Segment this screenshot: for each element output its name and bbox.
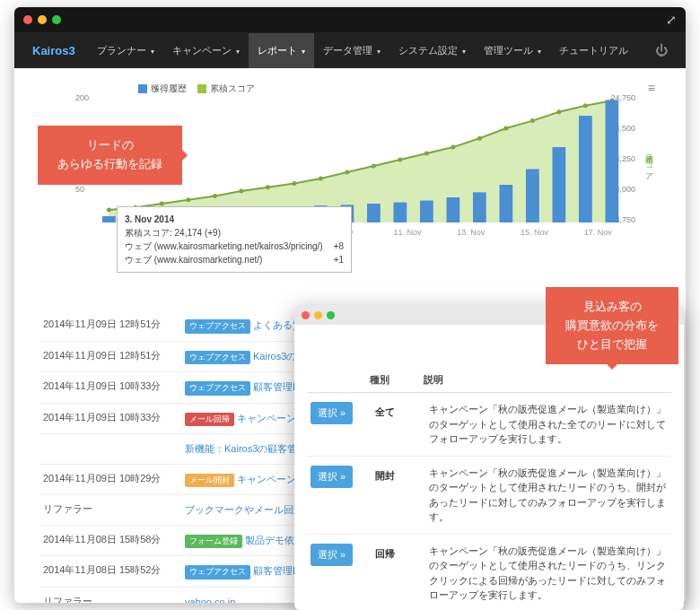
svg-point-10 [372, 164, 376, 169]
svg-rect-34 [473, 192, 486, 222]
nav-0[interactable]: プランナー ▾ [88, 33, 163, 68]
svg-point-0 [107, 208, 111, 213]
svg-point-4 [213, 194, 217, 198]
popup-row: 選択 »全てキャンペーン「秋の販売促進メール（製造業向け）」のターゲットとして使… [307, 393, 671, 457]
callout-lead-tracking: リードの あらゆる行動を記録 [38, 126, 182, 185]
titlebar: ⤢ [14, 7, 686, 32]
minimize-icon[interactable] [314, 311, 322, 319]
svg-rect-38 [579, 116, 592, 222]
legend-bars: 獲得履歴 [151, 83, 187, 95]
svg-point-9 [345, 170, 349, 175]
chart-menu-icon[interactable]: ≡ [648, 81, 655, 95]
svg-point-5 [239, 189, 243, 194]
popup-row: 選択 »回帰キャンペーン「秋の販売促進メール（製造業向け）」のターゲットとして使… [307, 535, 671, 611]
svg-point-2 [160, 202, 164, 206]
nav-4[interactable]: システム設定 ▾ [389, 33, 475, 68]
close-icon[interactable] [23, 15, 32, 24]
svg-point-8 [319, 177, 323, 181]
popup-row: 選択 »開封キャンペーン「秋の販売促進メール（製造業向け）」のターゲットとして使… [307, 457, 671, 535]
nav-3[interactable]: データ管理 ▾ [314, 33, 389, 68]
svg-point-7 [292, 181, 296, 186]
minimize-icon[interactable] [38, 15, 47, 24]
svg-text:13. Nov: 13. Nov [457, 228, 486, 237]
svg-rect-33 [447, 197, 460, 222]
navbar: Kairos3 プランナー ▾キャンペーン ▾レポート ▾データ管理 ▾システム… [14, 32, 686, 68]
svg-rect-20 [102, 216, 116, 222]
traffic-lights [23, 15, 61, 24]
svg-point-3 [186, 197, 190, 202]
popup-body: 種別 説明 選択 »全てキャンペーン「秋の販売促進メール（製造業向け）」のターゲ… [294, 325, 684, 610]
svg-point-14 [477, 136, 482, 141]
svg-text:17. Nov: 17. Nov [584, 228, 613, 237]
svg-rect-35 [500, 185, 513, 222]
nav-5[interactable]: 管理ツール ▾ [475, 33, 550, 68]
svg-text:11. Nov: 11. Nov [393, 228, 422, 237]
svg-point-15 [503, 126, 508, 131]
nav-2[interactable]: レポート ▾ [249, 33, 314, 68]
select-button[interactable]: 選択 » [311, 402, 353, 424]
svg-point-13 [451, 145, 455, 150]
select-button[interactable]: 選択 » [311, 466, 353, 488]
close-icon[interactable] [302, 311, 310, 319]
legend-area: 累積スコア [210, 83, 255, 95]
expand-icon[interactable]: ⤢ [666, 13, 677, 27]
zoom-icon[interactable] [52, 15, 61, 24]
callout-distribution: 見込み客の 購買意欲の分布を ひと目で把握 [546, 287, 678, 364]
svg-point-18 [583, 103, 588, 108]
svg-point-11 [398, 158, 402, 162]
svg-rect-30 [367, 204, 381, 222]
svg-text:15. Nov: 15. Nov [521, 228, 549, 237]
svg-rect-39 [606, 100, 619, 223]
svg-rect-31 [394, 203, 407, 222]
y-axis-right-label: 累積スコア [643, 149, 655, 176]
svg-rect-32 [420, 201, 433, 223]
select-button[interactable]: 選択 » [311, 544, 353, 566]
power-icon[interactable]: ⏻ [655, 43, 668, 57]
svg-point-12 [424, 152, 429, 156]
nav-6[interactable]: チュートリアル [550, 33, 637, 68]
nav-1[interactable]: キャンペーン ▾ [163, 33, 249, 68]
svg-point-16 [530, 118, 535, 123]
brand-logo[interactable]: Kairos3 [32, 44, 75, 57]
chart-legend: 獲得履歴 累積スコア [138, 83, 255, 95]
chart-tooltip: 3. Nov 2014 累積スコア: 24,174 (+9) ウェブ (www.… [117, 206, 352, 273]
svg-rect-37 [553, 147, 566, 222]
zoom-icon[interactable] [327, 311, 335, 319]
svg-point-6 [266, 185, 270, 189]
svg-rect-36 [526, 170, 539, 223]
svg-point-17 [556, 109, 561, 114]
